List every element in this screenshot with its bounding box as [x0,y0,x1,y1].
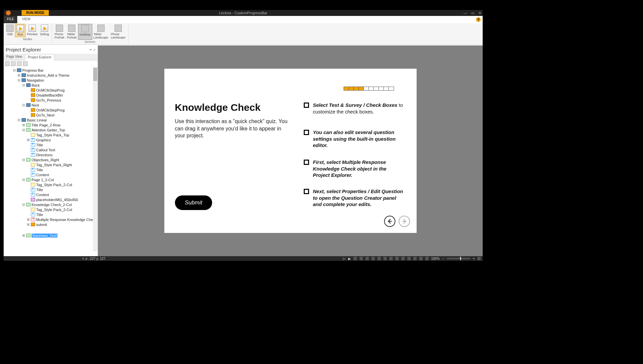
panel-dropdown-icon[interactable]: ▾ [90,48,92,51]
tree-node[interactable]: ⊟Page 1_2-Col [5,177,98,182]
tree-node[interactable]: ⊞Multiple Response Knowledge Check [5,217,98,222]
tree-node[interactable]: placeholderIMG_450x450 [5,197,98,202]
tree-node[interactable]: OnMClkStepProg [5,88,98,93]
tree-scrollbar[interactable] [93,67,98,251]
ribbon-desktop[interactable]: Desktop [78,24,92,40]
tree-node[interactable]: Tag_Style Pack_2-Col [5,207,98,212]
status-tool[interactable] [401,257,405,260]
ribbon-preview[interactable]: Preview [26,24,39,37]
maximize-button[interactable]: ▭ [471,11,474,15]
status-tool[interactable] [365,257,369,260]
checkbox-icon[interactable] [304,160,309,165]
status-tool[interactable] [407,257,411,260]
tree-node[interactable]: Directions [5,152,98,157]
tree-node[interactable]: ⊞Instructions_Add a Theme [5,73,98,78]
tree-node[interactable]: ⊞Graphics [5,137,98,142]
tree-node[interactable]: GoTo_Next [5,112,98,117]
tree-node[interactable]: ⊞Title Page_2-Row [5,122,98,127]
menu-file[interactable]: FILE [4,16,17,23]
folder-icon [26,83,31,87]
tree-node[interactable]: Tag_Style Pack_Right [5,162,98,167]
tree-node[interactable]: Tag_Style Pack_2-Col [5,182,98,187]
tree-label: Tag_Style Pack_Right [36,163,72,167]
zoom-in-button[interactable]: + [473,257,475,260]
status-tool[interactable] [389,257,393,260]
nav-next-button[interactable] [399,216,410,227]
checkbox-icon[interactable] [304,189,309,194]
status-play2-icon[interactable]: ▶ [348,257,351,260]
tree-node[interactable]: ⊟Knowledge Check_2-Col [5,202,98,207]
tree-node[interactable]: OnMClkStepProg [5,108,98,112]
tree-node[interactable]: GoTo_Previous [5,98,98,103]
status-tool[interactable] [377,257,381,260]
nav-back-button[interactable] [384,216,395,227]
zoom-out-button[interactable]: − [442,257,444,260]
ribbon-phone-portrait[interactable]: Phone Portrait [53,24,66,40]
tree-label: Summary_Grid [32,234,57,238]
status-tool[interactable] [371,257,375,260]
tree-node[interactable]: ⊟Navigation [5,78,98,83]
option-3[interactable]: First, select Multiple Response Knowledg… [304,159,403,179]
status-tool[interactable] [413,257,417,260]
option-4[interactable]: Next, select Properties / Edit Question … [304,188,403,208]
status-tool[interactable] [419,257,423,260]
toolbar-btn-3[interactable] [17,61,22,66]
ribbon-phone-landscape[interactable]: Phone Landscape [110,24,127,40]
status-tool[interactable] [383,257,387,260]
minimize-button[interactable]: — [463,11,467,15]
tab-page-view[interactable]: Page View [4,54,25,60]
action-icon [31,88,35,92]
status-tool[interactable] [395,257,399,260]
ribbon-edit[interactable]: Edit [5,24,15,37]
tree-node[interactable]: ⊟Objectives_Right [5,157,98,162]
zoom-slider[interactable] [447,258,470,259]
tree-node[interactable]: Title [5,187,98,192]
close-button[interactable]: ✕ [478,11,481,15]
help-button[interactable]: ? [476,17,481,22]
tree-node[interactable]: ⊟Back [5,83,98,88]
option-1[interactable]: Select Test & Survey / Check Boxes to cu… [304,102,403,115]
ribbon-run[interactable]: Run [15,24,26,37]
option-2[interactable]: You can also edit several question setti… [304,129,403,149]
tree-node[interactable]: Content [5,192,98,197]
ribbon-tablet-portrait[interactable]: Tablet Portrait [66,24,78,40]
status-play-icon[interactable]: ▷ [343,257,346,260]
tag-icon [31,183,35,186]
status-tool[interactable] [425,257,429,260]
status-tool[interactable] [477,257,481,260]
tree-node[interactable]: Callout Text [5,147,98,152]
tab-project-explorer[interactable]: Project Explorer [25,54,54,60]
project-explorer-panel: Project Explorer ▾⤢ Page View Project Ex… [4,45,98,256]
toolbar-btn-1[interactable] [5,61,10,66]
tree-node[interactable]: ⊟Attention Getter_Top [5,127,98,132]
tree-node[interactable]: Content [5,172,98,177]
tree-node[interactable]: ⊟Basic Linear [5,117,98,122]
toolbar-btn-2[interactable] [11,61,16,66]
submit-button[interactable]: Submit [175,195,212,210]
menu-view[interactable]: VIEW [17,16,35,23]
status-tool[interactable] [354,257,357,260]
action-icon [31,108,35,112]
checkbox-icon[interactable] [304,130,309,135]
run-mode-tab[interactable]: RUN MODE [22,10,49,16]
tree-node[interactable]: Title [5,212,98,217]
ribbon-debug[interactable]: Debug [39,24,50,37]
tree-label: Title [36,188,43,192]
tree-node[interactable]: ⊞submit [5,222,98,227]
toolbar-btn-4[interactable] [23,61,28,66]
tree-node[interactable]: ⊞Summary_Grid [5,233,98,238]
status-tool[interactable] [360,257,363,260]
tree-node[interactable]: DisabletBackBtn [5,93,98,98]
tree-node[interactable]: Title [5,142,98,147]
tree-label: GoTo_Previous [36,98,61,102]
tree-node[interactable]: Tag_Style Pack_Top [5,132,98,137]
option-text: Next, select Properties / Edit Question … [313,188,403,208]
tree-node[interactable]: Title [5,167,98,172]
tree-label: placeholderIMG_450x450 [36,198,78,202]
project-tree[interactable]: ⊟Progress Bar⊞Instructions_Add a Theme⊟N… [4,67,98,251]
tree-node[interactable]: ⊟Progress Bar [5,68,98,73]
panel-pin-icon[interactable]: ⤢ [93,48,96,51]
checkbox-icon[interactable] [304,103,309,108]
tree-node[interactable]: ⊟Next [5,103,98,108]
ribbon-tablet-landscape[interactable]: Tablet Landscape [92,24,110,40]
